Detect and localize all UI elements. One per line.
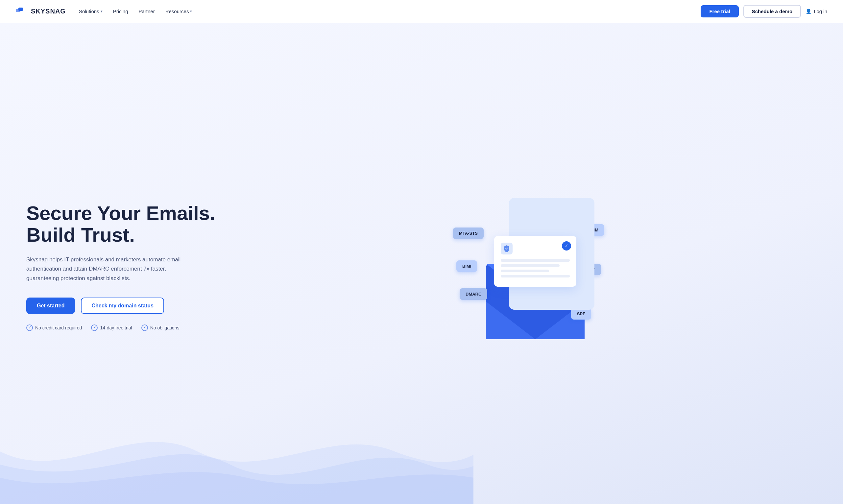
paper-line-3	[501, 270, 549, 272]
email-paper: ✓	[494, 236, 576, 287]
svg-rect-1	[18, 7, 23, 11]
nav-links: Solutions ▾ Pricing Partner Resources ▾	[79, 8, 701, 14]
get-started-button[interactable]: Get started	[26, 298, 75, 314]
badge-no-credit-card: ✓ No credit card required	[26, 324, 82, 331]
login-button[interactable]: 👤 Log in	[806, 8, 827, 15]
check-icon: ✓	[26, 324, 33, 331]
paper-line-2	[501, 264, 560, 267]
chevron-down-icon: ▾	[190, 9, 192, 14]
check-domain-button[interactable]: Check my domain status	[81, 298, 164, 314]
tag-bimi: BIMI	[456, 260, 477, 272]
badge-no-obligations: ✓ No obligations	[141, 324, 180, 331]
tag-spf: SPF	[571, 308, 591, 320]
tag-mta-sts: MTA-STS	[453, 228, 484, 239]
shield-icon	[501, 242, 513, 254]
nav-item-partner[interactable]: Partner	[139, 8, 155, 14]
hero-subtitle: Skysnag helps IT professionals and marke…	[26, 255, 197, 283]
wave-decoration	[0, 399, 473, 504]
hero-content: Secure Your Emails. Build Trust. Skysnag…	[26, 202, 223, 331]
hero-title: Secure Your Emails. Build Trust.	[26, 202, 223, 246]
nav-item-solutions[interactable]: Solutions ▾	[79, 8, 103, 14]
nav-item-pricing[interactable]: Pricing	[113, 8, 128, 14]
user-icon: 👤	[806, 8, 812, 15]
free-trial-button[interactable]: Free trial	[701, 5, 738, 17]
check-icon: ✓	[91, 324, 98, 331]
schedule-demo-button[interactable]: Schedule a demo	[743, 5, 801, 18]
logo-text: SKYSNAG	[31, 7, 66, 15]
hero-buttons: Get started Check my domain status	[26, 298, 223, 314]
chevron-down-icon: ▾	[101, 9, 103, 14]
verified-icon: ✓	[562, 241, 571, 251]
check-icon: ✓	[141, 324, 148, 331]
logo[interactable]: SKYSNAG	[16, 7, 66, 15]
hero-section: Secure Your Emails. Build Trust. Skysnag…	[0, 23, 843, 504]
tag-dmarc: DMARC	[460, 288, 487, 300]
hero-badges: ✓ No credit card required ✓ 14-day free …	[26, 324, 223, 331]
paper-line-4	[501, 275, 570, 277]
hero-illustration: ✓ MTA-STS DKIM	[223, 185, 827, 349]
nav-item-resources[interactable]: Resources ▾	[165, 8, 192, 14]
paper-line-1	[501, 259, 570, 262]
navigation: SKYSNAG Solutions ▾ Pricing Partner Reso…	[0, 0, 843, 23]
logo-icon	[16, 7, 28, 15]
email-graphic: ✓ MTA-STS DKIM	[447, 188, 604, 346]
badge-free-trial: ✓ 14-day free trial	[91, 324, 132, 331]
nav-actions: Free trial Schedule a demo 👤 Log in	[701, 5, 827, 18]
